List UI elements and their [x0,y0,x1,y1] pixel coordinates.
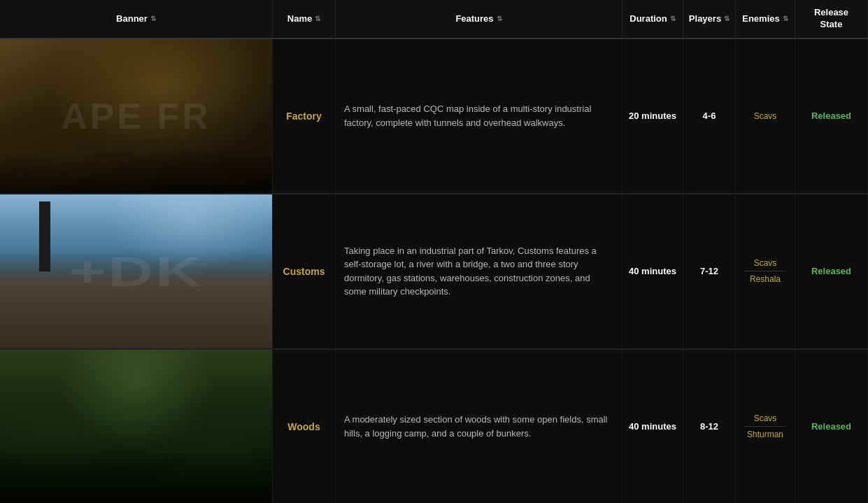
players-cell-woods: 8-12 [683,350,736,503]
banner-cell-woods [0,350,273,503]
features-cell-factory: A small, fast-paced CQC map inside of a … [336,39,622,193]
enemies-cell-woods: Scavs Shturman [736,350,795,503]
table-row: APE FR Factory A small, fast-paced CQC m… [0,39,868,194]
header-features[interactable]: Features ⇅ [336,0,622,38]
name-cell-woods: Woods [273,350,336,503]
features-cell-woods: A moderately sized section of woods with… [336,350,622,503]
header-banner[interactable]: Banner ⇅ [0,0,273,38]
header-duration[interactable]: Duration ⇅ [622,0,683,38]
table-row: Woods A moderately sized section of wood… [0,350,868,503]
players-cell-factory: 4-6 [683,39,736,193]
name-cell-factory: Factory [273,39,336,193]
duration-cell-customs: 40 minutes [622,194,683,348]
header-release-state[interactable]: ReleaseState [795,0,868,38]
header-enemies[interactable]: Enemies ⇅ [736,0,795,38]
table-header: Banner ⇅ Name ⇅ Features ⇅ Duration ⇅ Pl… [0,0,868,39]
banner-cell-customs: +DK [0,194,273,348]
enemy-divider [744,426,786,427]
enemies-cell-customs: Scavs Reshala [736,194,795,348]
players-cell-customs: 7-12 [683,194,736,348]
features-cell-customs: Taking place in an industrial part of Ta… [336,194,622,348]
header-players[interactable]: Players ⇅ [683,0,736,38]
enemy-divider [744,271,786,271]
name-cell-customs: Customs [273,194,336,348]
release-cell-woods: Released [795,350,868,503]
header-name[interactable]: Name ⇅ [273,0,336,38]
banner-cell-factory: APE FR [0,39,273,193]
release-cell-customs: Released [795,194,868,348]
duration-cell-woods: 40 minutes [622,350,683,503]
table-row: +DK Customs Taking place in an industria… [0,194,868,350]
duration-cell-factory: 20 minutes [622,39,683,193]
enemies-cell-factory: Scavs [736,39,795,193]
release-cell-factory: Released [795,39,868,193]
